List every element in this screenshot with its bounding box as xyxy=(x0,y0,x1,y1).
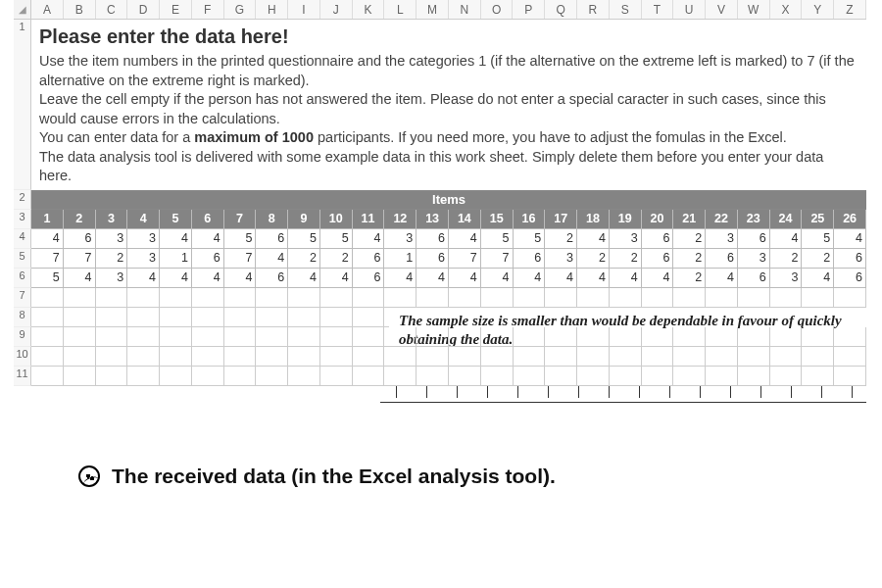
empty-cell[interactable] xyxy=(353,347,385,367)
row-header[interactable]: 9 xyxy=(14,327,31,347)
empty-cell[interactable] xyxy=(353,308,385,327)
empty-cell[interactable] xyxy=(96,367,128,386)
data-cell[interactable]: 4 xyxy=(256,249,288,269)
data-cell[interactable]: 4 xyxy=(834,229,866,249)
empty-cell[interactable] xyxy=(706,327,738,347)
empty-cell[interactable] xyxy=(320,288,353,308)
empty-cell[interactable] xyxy=(545,367,577,386)
empty-cell[interactable] xyxy=(160,347,192,367)
empty-cell[interactable] xyxy=(642,288,674,308)
empty-cell[interactable] xyxy=(416,327,449,347)
empty-cell[interactable] xyxy=(416,347,449,367)
row-header[interactable]: 11 xyxy=(14,367,31,386)
data-cell[interactable]: 3 xyxy=(610,229,642,249)
empty-cell[interactable] xyxy=(706,288,738,308)
column-header[interactable]: J xyxy=(320,0,353,19)
empty-cell[interactable] xyxy=(127,367,160,386)
data-cell[interactable]: 6 xyxy=(353,269,385,288)
empty-cell[interactable] xyxy=(834,367,866,386)
data-cell[interactable]: 6 xyxy=(738,269,770,288)
data-cell[interactable]: 4 xyxy=(31,229,64,249)
empty-cell[interactable] xyxy=(449,367,481,386)
data-cell[interactable]: 3 xyxy=(384,229,416,249)
column-header[interactable]: T xyxy=(642,0,674,19)
data-cell[interactable]: 6 xyxy=(642,249,674,269)
empty-cell[interactable] xyxy=(256,288,288,308)
data-cell[interactable]: 2 xyxy=(545,229,577,249)
empty-cell[interactable] xyxy=(224,367,257,386)
data-cell[interactable]: 1 xyxy=(160,249,192,269)
data-cell[interactable]: 4 xyxy=(481,269,514,288)
data-cell[interactable]: 6 xyxy=(706,249,738,269)
empty-cell[interactable] xyxy=(224,327,257,347)
column-header[interactable]: I xyxy=(288,0,320,19)
empty-cell[interactable] xyxy=(288,367,320,386)
empty-cell[interactable] xyxy=(192,288,224,308)
data-cell[interactable]: 6 xyxy=(416,229,449,249)
empty-cell[interactable] xyxy=(802,367,834,386)
empty-cell[interactable] xyxy=(545,288,577,308)
data-cell[interactable]: 5 xyxy=(224,229,257,249)
empty-cell[interactable] xyxy=(770,367,803,386)
data-cell[interactable]: 6 xyxy=(192,249,224,269)
data-cell[interactable]: 4 xyxy=(514,269,546,288)
empty-cell[interactable] xyxy=(384,347,416,367)
empty-cell[interactable] xyxy=(770,288,803,308)
row-header[interactable]: 4 xyxy=(14,229,31,249)
column-header[interactable]: N xyxy=(449,0,481,19)
empty-cell[interactable] xyxy=(802,347,834,367)
data-cell[interactable]: 4 xyxy=(353,229,385,249)
data-cell[interactable]: 2 xyxy=(288,249,320,269)
empty-cell[interactable] xyxy=(706,367,738,386)
empty-cell[interactable] xyxy=(481,288,514,308)
empty-cell[interactable] xyxy=(514,347,546,367)
empty-cell[interactable] xyxy=(64,327,96,347)
empty-cell[interactable] xyxy=(96,347,128,367)
data-cell[interactable]: 2 xyxy=(96,249,128,269)
empty-cell[interactable] xyxy=(353,367,385,386)
data-cell[interactable]: 2 xyxy=(320,249,353,269)
data-cell[interactable]: 6 xyxy=(514,249,546,269)
column-header[interactable]: R xyxy=(577,0,610,19)
data-cell[interactable]: 4 xyxy=(449,229,481,249)
empty-cell[interactable] xyxy=(481,347,514,367)
empty-cell[interactable] xyxy=(610,367,642,386)
data-cell[interactable]: 6 xyxy=(64,229,96,249)
column-header[interactable]: Q xyxy=(545,0,577,19)
column-header[interactable]: S xyxy=(610,0,642,19)
empty-cell[interactable] xyxy=(449,327,481,347)
empty-cell[interactable] xyxy=(416,288,449,308)
empty-cell[interactable] xyxy=(64,367,96,386)
data-cell[interactable]: 5 xyxy=(31,269,64,288)
data-cell[interactable]: 2 xyxy=(673,269,706,288)
data-cell[interactable]: 4 xyxy=(706,269,738,288)
empty-cell[interactable] xyxy=(31,288,64,308)
empty-cell[interactable] xyxy=(31,347,64,367)
empty-cell[interactable] xyxy=(96,327,128,347)
row-header[interactable]: 8 xyxy=(14,308,31,327)
column-header[interactable]: F xyxy=(192,0,224,19)
data-cell[interactable]: 7 xyxy=(224,249,257,269)
data-cell[interactable]: 4 xyxy=(64,269,96,288)
empty-cell[interactable] xyxy=(192,327,224,347)
data-cell[interactable]: 4 xyxy=(320,269,353,288)
select-all-corner[interactable]: ◢ xyxy=(14,0,31,20)
empty-cell[interactable] xyxy=(127,288,160,308)
empty-cell[interactable] xyxy=(288,347,320,367)
data-cell[interactable]: 7 xyxy=(481,249,514,269)
empty-cell[interactable] xyxy=(673,367,706,386)
column-header[interactable]: X xyxy=(770,0,803,19)
empty-cell[interactable] xyxy=(770,347,803,367)
data-cell[interactable]: 4 xyxy=(127,269,160,288)
data-cell[interactable]: 5 xyxy=(288,229,320,249)
empty-cell[interactable] xyxy=(96,308,128,327)
row-header[interactable]: 7 xyxy=(14,288,31,308)
empty-cell[interactable] xyxy=(192,367,224,386)
empty-cell[interactable] xyxy=(610,327,642,347)
empty-cell[interactable] xyxy=(738,347,770,367)
row-header[interactable]: 3 xyxy=(14,210,31,229)
empty-cell[interactable] xyxy=(545,347,577,367)
empty-cell[interactable] xyxy=(320,327,353,347)
data-cell[interactable]: 2 xyxy=(673,229,706,249)
data-cell[interactable]: 6 xyxy=(353,249,385,269)
